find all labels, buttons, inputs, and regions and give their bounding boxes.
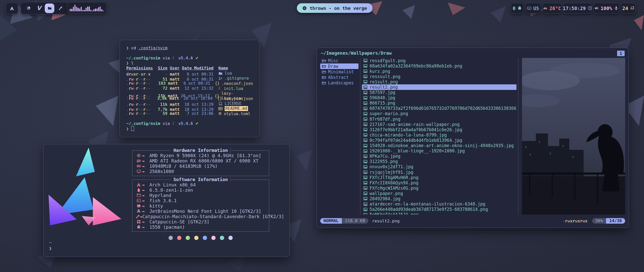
file-row[interactable]: 68747470733a2f2f696d616765732d7769786d70… [362,106,516,111]
graph-bar [89,7,90,11]
graph-bar [70,9,71,11]
audio-visualizer[interactable] [67,2,107,14]
audio-module[interactable]: 100% [593,3,620,14]
file-row[interactable]: 3122955.png [362,159,516,164]
file-row[interactable]: FXfcHgcWIAMzs0G.png [362,185,516,191]
cwd-line: ~ [49,240,52,245]
terminal-fastfetch-window[interactable]: Hardware Information →AMD Ryzen 9 5900X … [43,144,290,257]
scroll-percent-badge: 36% [592,218,606,224]
notifications-module[interactable]: 24 [621,3,636,14]
sidebar-dir-minimalist[interactable]: Minimalist [320,69,358,75]
dock-item-browser[interactable] [24,4,33,13]
ls-row: .rw-r--r-- 11k matt 18 oct 13:29 LICENSE [126,101,253,106]
file-row[interactable]: FXfcII0X0AQyn9X.png [362,180,516,185]
clock-value: 17:50:29 [563,6,586,11]
keyboard-layout-module[interactable]: US [525,3,541,14]
image-icon [363,186,368,190]
ls-row: .rw-r--r-- 72 matt 12 oct 15:32 ☾init.lu… [126,86,253,91]
sidebar-dir-landscapes[interactable]: Landscapes [320,80,358,86]
file-row[interactable]: 587597.jpg [362,90,516,95]
file-row[interactable]: 08a634fa02a32364f69ebc86a98eb1eb.png [362,63,516,69]
file-row[interactable]: 217167-sad-anime-rain-wallpaper.png [362,122,516,127]
file-row[interactable]: 154928-odinokoe_anime-art-anime-okno-sin… [362,143,516,148]
ls-row: drwxr-xr-x - matt 6 oct 00:31 lua [126,71,253,76]
file-row[interactable]: FXfcJlTXgAMvH6R.png [362,175,516,180]
file-manager-body: MiscDrawMinimalistAbstractLandscapes res… [320,58,625,215]
status-bar: NORMAL 218.8 KB result2.png -rwxrwxrwx 3… [320,218,625,224]
fetch-row: →Catppuccin-Macchiato-Standard-Lavender-… [135,214,266,219]
app-launcher-button[interactable] [6,3,18,14]
file-row[interactable]: EeNKYgIUcAAJ5JX.png [362,212,516,215]
desktop: V thrown - on the verge 0US26°C17:50:291… [0,0,644,272]
display-icon [135,169,142,174]
gear-icon: ⚙ [218,112,222,116]
graph-bar [86,8,87,11]
file-row[interactable]: 5a266e448add93deab367d87173e9f25-6837886… [362,207,516,212]
file-row[interactable]: super-mario.png [362,111,516,116]
file-row[interactable]: nnvuv0xj2df71.jpg [362,164,516,169]
file-row[interactable]: 596848.jpg [362,95,516,100]
image-icon [363,90,368,95]
blank-line [126,116,253,121]
tab-badge[interactable]: 1 [617,51,625,56]
file-row[interactable]: 20492984.jpg [362,196,516,201]
image-icon [363,58,368,63]
fetch-row: →AMD ATI Radeon RX 6800/6800 XT / 6900 X… [135,158,266,163]
music-player-pill[interactable]: thrown - on the verge [297,3,373,13]
software-info-title: Software Information [171,177,230,182]
arrow-icon: → [142,163,149,169]
clock-module[interactable]: 17:50:29 [563,3,592,14]
check-icon: ✔ [195,121,198,126]
file-row[interactable]: 866715.png [362,100,516,106]
image-icon [363,196,368,201]
file-row[interactable]: 0c794faf07de24a4db4d4fb1eb813964.jpg [362,138,516,143]
file-row[interactable]: wallpaper.png [362,191,516,196]
graph-bar [76,7,77,11]
terminal-nvim-window[interactable]: ❯ cd .config/nvim ~/.config/nvim via ☾ v… [119,40,260,137]
sidebar-dir-abstract[interactable]: Abstract [320,75,358,80]
file-row[interactable]: kurz.png [362,69,516,74]
ls-listing: drwxr-xr-x - matt 6 oct 00:31 lua .rw-r-… [126,71,253,116]
prompt-line[interactable]: ❯ [126,126,253,131]
file-manager-window[interactable]: ~/Imagenes/Wallpapers/Draw 1 MiscDrawMin… [316,48,629,228]
dock-item-brush[interactable] [55,4,65,13]
palette-dot [220,236,224,240]
file-row[interactable]: 87r687df.png [362,116,516,122]
shell-icon [135,198,142,203]
dock-item-files[interactable] [45,4,54,13]
command-line: ❯ l [126,61,253,66]
arrow-icon: → [140,214,142,219]
breadcrumb-path: ~/Imagenes/Wallpapers/Draw [321,50,392,56]
file-row[interactable]: 8FKa7Cu.jpeg [362,154,516,159]
file-row[interactable]: resssult.png [362,74,516,79]
fastfetch-info: Hardware Information →AMD Ryzen 9 5900X … [132,147,279,240]
image-icon [363,112,368,116]
sidebar-dir-draw[interactable]: Draw [320,63,358,69]
file-row[interactable]: re1sult.png [362,79,516,84]
file-row[interactable]: 19201080-__blue-tinge__-1920×1080.jpg [362,148,516,154]
arrow-icon: → [142,153,149,158]
image-icon [363,181,368,185]
sidebar-dir-misc[interactable]: Misc [320,58,358,63]
arch-crystal-logo [47,147,124,226]
lua-moon-icon: ☾ [172,121,176,126]
arrow-icon: → [142,224,149,230]
palette-dot [194,236,198,240]
weather-module[interactable]: 26°C [542,3,562,14]
file-row[interactable]: 3126f7e9bbf21a8a4af0b67b041c6e26.jpg [362,127,516,132]
palette-dot [228,236,233,240]
dock-item-vlogo[interactable]: V [34,4,44,13]
file-row[interactable]: ressdfgult.png [362,58,516,63]
file-row[interactable]: chica-mirando-la-luna-8799.jpg [362,132,516,138]
fetch-row: →Arch Linux x86_64 [135,182,266,187]
keyboard-layout-value: US [533,6,539,11]
file-row[interactable]: rsjqojlmjhf91.jpg [362,169,516,175]
arrow-icon: → [142,203,149,209]
book-icon [218,101,223,106]
hardware-info-title: Hardware Information [171,148,230,153]
updates-module[interactable]: 0 [511,3,524,14]
file-row[interactable]: atardecer-en-la-montanas-ilustracion-634… [362,201,516,207]
file-row[interactable]: result2.png [362,84,516,90]
shell-prompt[interactable]: ~ ❯ [49,240,52,251]
clock-icon [588,6,592,10]
